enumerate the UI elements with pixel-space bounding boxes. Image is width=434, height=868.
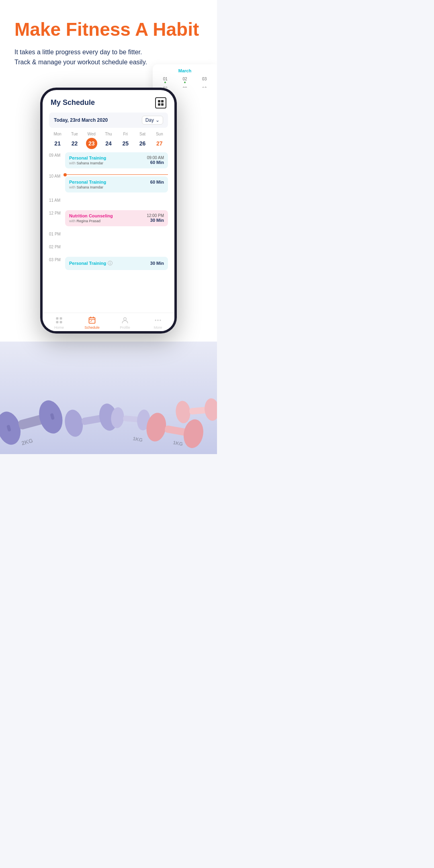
day-name-fri: Fri	[123, 132, 128, 136]
current-date: Today, 23rd March 2020	[54, 117, 108, 123]
day-num-mon: 21	[52, 138, 63, 149]
day-name-mon: Mon	[53, 132, 61, 136]
day-name-sun: Sun	[156, 132, 163, 136]
event-title: Personal Training	[69, 261, 106, 266]
date-bar: Today, 23rd March 2020 Day ⌄	[49, 113, 168, 128]
slot-12pm: Nutrition Counseling with Regina Prasad …	[65, 210, 168, 231]
day-num-wed-today: 23	[86, 138, 97, 149]
day-num-fri: 25	[120, 138, 131, 149]
event-personal-training-9am[interactable]: Personal Training with Sahana Inamdar 09…	[65, 152, 168, 168]
event-time-info: 12:00 PM 30 Min	[147, 213, 164, 223]
event-time-info: 09:00 AM 60 Min	[147, 156, 164, 165]
profile-icon	[121, 316, 129, 324]
nav-home-label: Home	[54, 326, 64, 330]
event-nutrition-counseling[interactable]: Nutrition Counseling with Regina Prasad …	[65, 210, 168, 226]
svg-rect-2	[56, 321, 59, 323]
phone-mockup: My Schedule Today, 23rd March 2020	[40, 88, 177, 334]
cal-month-label: March	[156, 68, 214, 73]
event-title: Personal Training	[69, 156, 106, 160]
more-icon	[154, 316, 162, 324]
nav-schedule-label: Schedule	[84, 326, 100, 330]
svg-point-5	[155, 319, 156, 321]
slot-2pm	[65, 244, 168, 257]
current-time-line	[65, 173, 168, 176]
svg-text:2KG: 2KG	[21, 437, 34, 446]
day-name-thu: Thu	[105, 132, 112, 136]
time-slot-12pm: 12 PM Nutrition Counseling with Regina P…	[49, 210, 168, 231]
day-col-tue[interactable]: Tue 22	[69, 132, 80, 149]
time-slot-3pm: 03 PM Personal Training ⓘ 30 Min	[49, 257, 168, 275]
day-name-sat: Sat	[139, 132, 145, 136]
day-num-sun: 27	[154, 138, 165, 149]
day-col-thu[interactable]: Thu 24	[103, 132, 114, 149]
svg-point-13	[63, 408, 85, 438]
time-label-11am: 11 AM	[49, 197, 62, 210]
svg-text:1KG: 1KG	[172, 440, 183, 447]
dumbbells-section: 2KG 1KG 1KG	[0, 342, 217, 454]
time-slot-2pm: 02 PM	[49, 244, 168, 257]
svg-point-6	[157, 319, 158, 321]
qr-icon[interactable]	[155, 97, 166, 108]
day-col-mon[interactable]: Mon 21	[52, 132, 63, 149]
event-duration: 30 Min	[147, 218, 164, 223]
view-selector[interactable]: Day ⌄	[142, 116, 163, 125]
time-slot-10am: 10 AM Personal Training with Sahana Inam…	[49, 173, 168, 197]
day-col-wed[interactable]: Wed 23	[86, 132, 97, 149]
time-label-2pm: 02 PM	[49, 244, 62, 257]
svg-point-24	[204, 397, 217, 421]
svg-rect-1	[60, 317, 62, 319]
nav-profile[interactable]: Profile	[108, 316, 141, 330]
event-duration: 30 Min	[150, 261, 164, 266]
event-time: 12:00 PM	[147, 213, 164, 218]
info-icon: ⓘ	[108, 260, 113, 267]
phone-section: My Schedule Today, 23rd March 2020	[0, 88, 217, 342]
time-label-10am: 10 AM	[49, 173, 62, 197]
day-name-tue: Tue	[71, 132, 78, 136]
event-duration: 60 Min	[147, 160, 164, 165]
event-with: with Regina Prasad	[69, 219, 113, 223]
day-num-thu: 24	[103, 138, 114, 149]
hero-section: Make Fitness A Habit It takes a little p…	[0, 0, 217, 88]
time-slot-11am: 11 AM	[49, 197, 168, 210]
time-label-1pm: 01 PM	[49, 231, 62, 244]
event-time: 09:00 AM	[147, 156, 164, 160]
schedule-body[interactable]: 09 AM Personal Training with Sahana Inam…	[43, 152, 174, 313]
event-personal-training-3pm[interactable]: Personal Training ⓘ 30 Min	[65, 257, 168, 270]
week-strip: Mon 21 Tue 22 Wed 23 Thu 24	[43, 128, 174, 152]
dumbbells-svg: 2KG 1KG 1KG	[0, 342, 217, 454]
day-col-sun[interactable]: Sun 27	[154, 132, 165, 149]
hero-title: Make Fitness A Habit	[14, 19, 203, 40]
event-personal-training-10am[interactable]: Personal Training with Sahana Inamdar 60…	[65, 176, 168, 192]
event-with: with Sahana Inamdar	[69, 185, 106, 189]
day-name-wed: Wed	[88, 132, 96, 136]
svg-rect-3	[60, 321, 62, 323]
nav-more[interactable]: More	[141, 316, 174, 330]
app-header: My Schedule	[43, 90, 174, 113]
svg-text:1KG: 1KG	[132, 436, 143, 443]
time-slot-9am: 09 AM Personal Training with Sahana Inam…	[49, 152, 168, 173]
cal-cell: 03	[195, 76, 214, 84]
day-num-tue: 22	[69, 138, 80, 149]
svg-point-7	[160, 319, 161, 321]
schedule-icon	[88, 316, 96, 324]
day-col-sat[interactable]: Sat 26	[137, 132, 148, 149]
svg-rect-0	[56, 317, 59, 319]
time-dot	[63, 173, 67, 176]
time-label-3pm: 03 PM	[49, 257, 62, 275]
cal-cell: 02	[176, 76, 194, 84]
nav-schedule[interactable]: Schedule	[76, 316, 108, 330]
event-title: Personal Training	[69, 180, 106, 184]
phone-screen: My Schedule Today, 23rd March 2020	[43, 90, 174, 331]
nav-home[interactable]: Home	[43, 316, 76, 330]
event-with: with Sahana Inamdar	[69, 161, 106, 165]
day-col-fri[interactable]: Fri 25	[120, 132, 131, 149]
event-title: Nutrition Counseling	[69, 213, 113, 218]
time-label-12pm: 12 PM	[49, 210, 62, 231]
slot-9am: Personal Training with Sahana Inamdar 09…	[65, 152, 168, 173]
app-title: My Schedule	[51, 98, 95, 107]
slot-3pm: Personal Training ⓘ 30 Min	[65, 257, 168, 275]
svg-point-4	[124, 317, 127, 320]
nav-profile-label: Profile	[120, 326, 130, 330]
home-icon	[55, 316, 63, 324]
slot-10am: Personal Training with Sahana Inamdar 60…	[65, 173, 168, 197]
